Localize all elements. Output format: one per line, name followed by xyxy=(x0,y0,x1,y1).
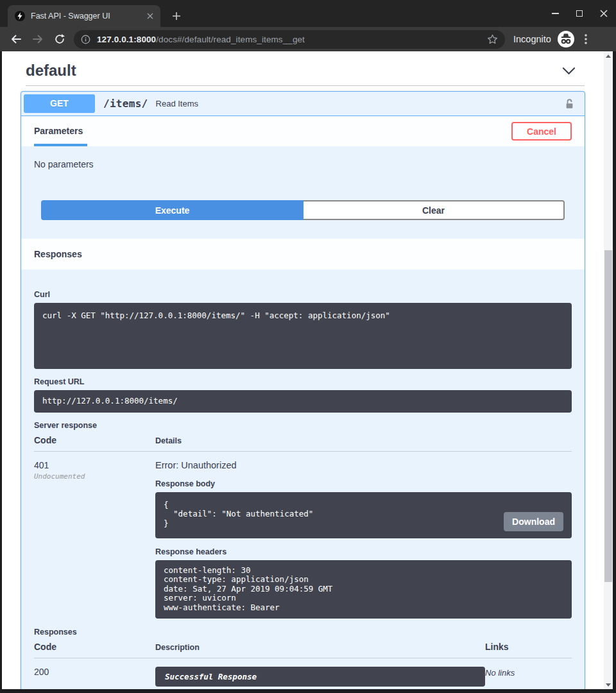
doc-response-links: No links xyxy=(485,667,572,687)
tab-strip: Fast API - Swagger UI xyxy=(0,0,616,27)
opblock-get-items: GET /items/ Read Items Parameters Cancel… xyxy=(21,91,585,689)
operation-summary[interactable]: GET /items/ Read Items xyxy=(21,92,585,116)
scrollbar[interactable] xyxy=(604,51,613,689)
col-code-header: Code xyxy=(34,435,155,445)
bookmark-star-icon[interactable] xyxy=(487,34,498,45)
doc-response-code: 200 xyxy=(34,667,155,687)
back-button[interactable] xyxy=(7,30,25,48)
scrollbar-thumb[interactable] xyxy=(604,250,612,582)
execute-button[interactable]: Execute xyxy=(41,200,304,220)
curl-command: curl -X GET "http://127.0.0.1:8000/items… xyxy=(34,303,572,369)
window-maximize-button[interactable] xyxy=(575,9,584,18)
window-controls xyxy=(551,0,608,27)
undocumented-note: Undocumented xyxy=(34,472,155,481)
page-title: default xyxy=(26,62,76,80)
incognito-icon xyxy=(558,31,574,47)
fastapi-favicon-icon xyxy=(15,11,25,21)
clear-button[interactable]: Clear xyxy=(304,200,565,220)
documented-responses-label: Responses xyxy=(34,628,572,637)
operation-summary-text: Read Items xyxy=(156,99,564,108)
menu-dots-icon xyxy=(585,34,587,44)
tab-parameters[interactable]: Parameters xyxy=(34,116,87,146)
unlock-icon[interactable] xyxy=(564,98,575,110)
browser-menu-button[interactable] xyxy=(578,30,594,48)
response-headers-label: Response headers xyxy=(155,547,572,556)
forward-icon xyxy=(32,33,44,45)
scrollbar-down-arrow[interactable] xyxy=(604,681,613,689)
browser-toolbar: 127.0.0.1:8000/docs#/default/read_items_… xyxy=(0,27,616,51)
error-title: Error: Unauthorized xyxy=(155,460,572,470)
chevron-down-icon[interactable] xyxy=(562,67,576,75)
operation-path: /items/ xyxy=(103,98,148,110)
browser-window: Fast API - Swagger UI xyxy=(0,0,616,693)
responses-body: Curl curl -X GET "http://127.0.0.1:8000/… xyxy=(21,270,585,689)
download-button[interactable]: Download xyxy=(504,512,563,531)
back-icon xyxy=(10,33,22,45)
documented-response-row: 200 Successful Response No links xyxy=(34,658,572,687)
url-path: /docs#/default/read_items_items__get xyxy=(156,35,305,44)
tab-title: Fast API - Swagger UI xyxy=(31,12,144,21)
browser-tab[interactable]: Fast API - Swagger UI xyxy=(8,5,160,27)
cancel-button[interactable]: Cancel xyxy=(511,122,572,141)
doc-col-description-header: Description xyxy=(155,643,485,652)
new-tab-button[interactable] xyxy=(169,9,184,23)
tag-section-header[interactable]: default xyxy=(26,62,585,80)
tab-parameters-label: Parameters xyxy=(34,126,83,136)
reload-icon xyxy=(54,33,65,45)
scrollbar-up-arrow[interactable] xyxy=(604,52,613,60)
doc-response-description: Successful Response xyxy=(155,667,485,687)
curl-label: Curl xyxy=(34,290,572,299)
parameters-body: No parameters xyxy=(21,146,585,194)
reload-button[interactable] xyxy=(51,30,69,48)
response-status-code: 401 xyxy=(34,460,155,470)
request-url-label: Request URL xyxy=(34,377,572,386)
window-minimize-button[interactable] xyxy=(551,9,560,18)
server-response-table-header: Code Details xyxy=(34,435,572,452)
doc-col-links-header: Links xyxy=(485,642,572,652)
method-badge: GET xyxy=(24,94,95,113)
no-parameters-text: No parameters xyxy=(34,159,94,169)
parameters-header: Parameters Cancel xyxy=(21,116,585,146)
responses-header: Responses xyxy=(21,239,585,270)
doc-col-code-header: Code xyxy=(34,642,155,652)
response-body-label: Response body xyxy=(155,479,572,488)
execute-wrapper: Execute Clear xyxy=(21,194,585,239)
forward-button[interactable] xyxy=(29,30,47,48)
url-host: 127.0.0.1:8000 xyxy=(97,35,156,44)
url-text[interactable]: 127.0.0.1:8000/docs#/default/read_items_… xyxy=(97,35,487,44)
page-content: default GET /items/ Read Items Parameter… xyxy=(2,51,604,689)
responses-title: Responses xyxy=(34,249,82,259)
server-response-label: Server response xyxy=(34,421,572,430)
plus-icon xyxy=(172,12,181,21)
tab-close-icon[interactable] xyxy=(144,11,155,22)
server-response-row: 401 Undocumented Error: Unauthorized Res… xyxy=(34,452,572,619)
documented-table-header: Code Description Links xyxy=(34,642,572,658)
request-url-value: http://127.0.0.1:8000/items/ xyxy=(34,390,572,413)
site-info-icon[interactable] xyxy=(81,35,90,44)
incognito-label: Incognito xyxy=(513,34,551,44)
response-headers: content-length: 30 content-type: applica… xyxy=(155,560,572,619)
section-divider xyxy=(26,85,585,86)
address-bar[interactable]: 127.0.0.1:8000/docs#/default/read_items_… xyxy=(74,30,505,49)
window-close-button[interactable] xyxy=(599,9,608,18)
col-details-header: Details xyxy=(155,436,572,445)
